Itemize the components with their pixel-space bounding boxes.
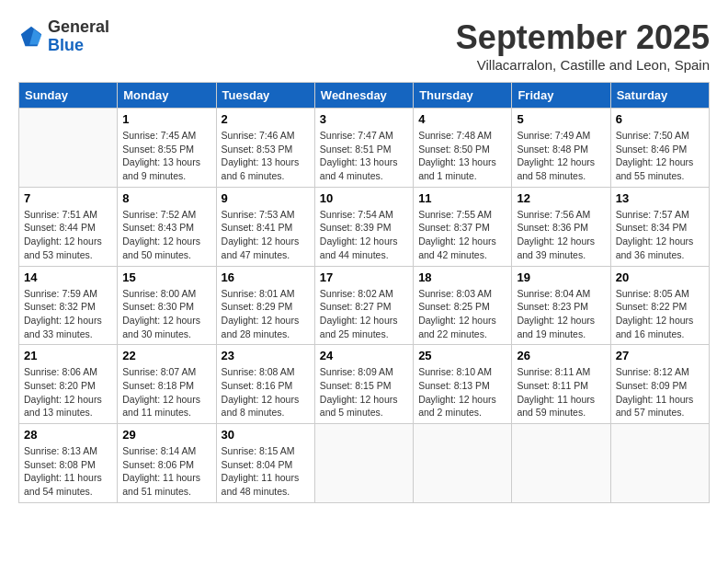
day-info: Sunrise: 7:59 AMSunset: 8:32 PMDaylight:…: [24, 287, 112, 341]
day-cell: 8Sunrise: 7:52 AMSunset: 8:43 PMDaylight…: [118, 187, 216, 266]
day-info: Sunrise: 8:06 AMSunset: 8:20 PMDaylight:…: [24, 365, 112, 419]
day-cell: 2Sunrise: 7:46 AMSunset: 8:53 PMDaylight…: [216, 109, 314, 188]
day-cell: 29Sunrise: 8:14 AMSunset: 8:06 PMDayligh…: [118, 424, 216, 503]
day-cell: 18Sunrise: 8:03 AMSunset: 8:25 PMDayligh…: [414, 266, 512, 345]
day-number: 28: [24, 428, 112, 442]
week-row-3: 14Sunrise: 7:59 AMSunset: 8:32 PMDayligh…: [19, 266, 710, 345]
day-number: 7: [24, 191, 112, 205]
day-info: Sunrise: 8:05 AMSunset: 8:22 PMDaylight:…: [616, 287, 704, 341]
day-info: Sunrise: 8:01 AMSunset: 8:29 PMDaylight:…: [222, 287, 310, 341]
day-info: Sunrise: 7:49 AMSunset: 8:48 PMDaylight:…: [517, 129, 605, 183]
day-cell: 22Sunrise: 8:07 AMSunset: 8:18 PMDayligh…: [118, 345, 216, 424]
day-cell: 27Sunrise: 8:12 AMSunset: 8:09 PMDayligh…: [610, 345, 709, 424]
day-info: Sunrise: 7:54 AMSunset: 8:39 PMDaylight:…: [320, 208, 408, 262]
month-title: September 2025: [456, 18, 710, 57]
day-info: Sunrise: 7:47 AMSunset: 8:51 PMDaylight:…: [320, 129, 408, 183]
day-cell: 7Sunrise: 7:51 AMSunset: 8:44 PMDaylight…: [19, 187, 118, 266]
day-info: Sunrise: 7:56 AMSunset: 8:36 PMDaylight:…: [517, 208, 605, 262]
logo-text: General Blue: [48, 18, 109, 55]
weekday-header-wednesday: Wednesday: [314, 83, 413, 109]
day-cell: 19Sunrise: 8:04 AMSunset: 8:23 PMDayligh…: [512, 266, 610, 345]
day-cell: 1Sunrise: 7:45 AMSunset: 8:55 PMDaylight…: [118, 109, 216, 188]
day-info: Sunrise: 8:13 AMSunset: 8:08 PMDaylight:…: [24, 444, 112, 499]
day-cell: 21Sunrise: 8:06 AMSunset: 8:20 PMDayligh…: [19, 345, 118, 424]
day-info: Sunrise: 8:11 AMSunset: 8:11 PMDaylight:…: [517, 365, 605, 419]
logo: General Blue: [18, 18, 109, 55]
weekday-header-tuesday: Tuesday: [216, 83, 314, 109]
weekday-header-saturday: Saturday: [610, 83, 709, 109]
day-number: 30: [222, 428, 310, 442]
day-cell: 5Sunrise: 7:49 AMSunset: 8:48 PMDaylight…: [512, 109, 610, 188]
day-info: Sunrise: 7:52 AMSunset: 8:43 PMDaylight:…: [122, 208, 210, 262]
day-cell: 17Sunrise: 8:02 AMSunset: 8:27 PMDayligh…: [314, 266, 413, 345]
title-area: September 2025 Villacarralon, Castille a…: [456, 18, 710, 73]
day-info: Sunrise: 7:46 AMSunset: 8:53 PMDaylight:…: [222, 129, 310, 183]
day-cell: [610, 424, 709, 503]
weekday-header-row: SundayMondayTuesdayWednesdayThursdayFrid…: [19, 83, 710, 109]
day-number: 3: [320, 112, 408, 126]
day-number: 11: [418, 191, 506, 205]
day-cell: [314, 424, 413, 503]
day-info: Sunrise: 8:10 AMSunset: 8:13 PMDaylight:…: [418, 365, 506, 419]
day-number: 22: [122, 349, 210, 362]
day-info: Sunrise: 8:07 AMSunset: 8:18 PMDaylight:…: [122, 365, 210, 419]
day-cell: 3Sunrise: 7:47 AMSunset: 8:51 PMDaylight…: [314, 109, 413, 188]
day-cell: 20Sunrise: 8:05 AMSunset: 8:22 PMDayligh…: [610, 266, 709, 345]
week-row-5: 28Sunrise: 8:13 AMSunset: 8:08 PMDayligh…: [19, 424, 710, 503]
day-number: 27: [616, 349, 704, 362]
day-number: 15: [122, 270, 210, 284]
day-number: 8: [122, 191, 210, 205]
day-number: 10: [320, 191, 408, 205]
weekday-header-friday: Friday: [512, 83, 610, 109]
day-cell: 16Sunrise: 8:01 AMSunset: 8:29 PMDayligh…: [216, 266, 314, 345]
day-info: Sunrise: 8:00 AMSunset: 8:30 PMDaylight:…: [122, 287, 210, 341]
day-number: 5: [517, 112, 605, 126]
day-cell: 9Sunrise: 7:53 AMSunset: 8:41 PMDaylight…: [216, 187, 314, 266]
day-info: Sunrise: 7:48 AMSunset: 8:50 PMDaylight:…: [418, 129, 506, 183]
day-cell: 4Sunrise: 7:48 AMSunset: 8:50 PMDaylight…: [414, 109, 512, 188]
day-number: 20: [616, 270, 704, 284]
day-number: 2: [222, 112, 310, 126]
day-info: Sunrise: 8:02 AMSunset: 8:27 PMDaylight:…: [320, 287, 408, 341]
day-cell: 28Sunrise: 8:13 AMSunset: 8:08 PMDayligh…: [19, 424, 118, 503]
location-title: Villacarralon, Castille and Leon, Spain: [456, 57, 710, 73]
day-info: Sunrise: 7:51 AMSunset: 8:44 PMDaylight:…: [24, 208, 112, 262]
week-row-4: 21Sunrise: 8:06 AMSunset: 8:20 PMDayligh…: [19, 345, 710, 424]
week-row-1: 1Sunrise: 7:45 AMSunset: 8:55 PMDaylight…: [19, 109, 710, 188]
day-info: Sunrise: 8:03 AMSunset: 8:25 PMDaylight:…: [418, 287, 506, 341]
day-cell: 10Sunrise: 7:54 AMSunset: 8:39 PMDayligh…: [314, 187, 413, 266]
day-cell: [19, 109, 118, 188]
day-number: 17: [320, 270, 408, 284]
day-number: 25: [418, 349, 506, 362]
header: General Blue September 2025 Villacarralo…: [18, 18, 710, 73]
day-info: Sunrise: 7:50 AMSunset: 8:46 PMDaylight:…: [616, 129, 704, 183]
day-number: 9: [222, 191, 310, 205]
day-number: 16: [222, 270, 310, 284]
day-info: Sunrise: 8:15 AMSunset: 8:04 PMDaylight:…: [222, 444, 310, 499]
day-number: 24: [320, 349, 408, 362]
weekday-header-monday: Monday: [118, 83, 216, 109]
day-number: 4: [418, 112, 506, 126]
day-cell: 25Sunrise: 8:10 AMSunset: 8:13 PMDayligh…: [414, 345, 512, 424]
day-number: 26: [517, 349, 605, 362]
day-number: 29: [122, 428, 210, 442]
day-info: Sunrise: 8:08 AMSunset: 8:16 PMDaylight:…: [222, 365, 310, 419]
day-info: Sunrise: 7:55 AMSunset: 8:37 PMDaylight:…: [418, 208, 506, 262]
weekday-header-thursday: Thursday: [414, 83, 512, 109]
day-number: 12: [517, 191, 605, 205]
day-number: 21: [24, 349, 112, 362]
day-cell: 30Sunrise: 8:15 AMSunset: 8:04 PMDayligh…: [216, 424, 314, 503]
day-cell: 6Sunrise: 7:50 AMSunset: 8:46 PMDaylight…: [610, 109, 709, 188]
weekday-header-sunday: Sunday: [19, 83, 118, 109]
day-cell: [512, 424, 610, 503]
day-info: Sunrise: 7:57 AMSunset: 8:34 PMDaylight:…: [616, 208, 704, 262]
day-cell: 23Sunrise: 8:08 AMSunset: 8:16 PMDayligh…: [216, 345, 314, 424]
day-number: 18: [418, 270, 506, 284]
week-row-2: 7Sunrise: 7:51 AMSunset: 8:44 PMDaylight…: [19, 187, 710, 266]
calendar: SundayMondayTuesdayWednesdayThursdayFrid…: [18, 82, 710, 503]
day-info: Sunrise: 7:45 AMSunset: 8:55 PMDaylight:…: [122, 129, 210, 183]
day-number: 14: [24, 270, 112, 284]
day-cell: [414, 424, 512, 503]
logo-icon: [18, 24, 44, 50]
day-number: 19: [517, 270, 605, 284]
